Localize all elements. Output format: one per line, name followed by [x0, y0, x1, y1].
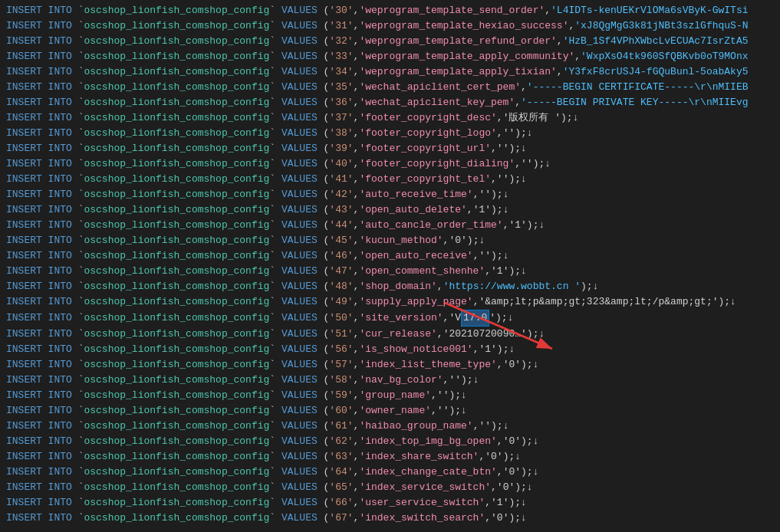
code-line: INSERT INTO `oscshop_lionfish_comshop_co…	[0, 18, 780, 34]
code-line: INSERT INTO `oscshop_lionfish_comshop_co…	[0, 357, 780, 373]
code-line: INSERT INTO `oscshop_lionfish_comshop_co…	[0, 511, 780, 526]
code-line: INSERT INTO `oscshop_lionfish_comshop_co…	[0, 449, 780, 465]
code-line: INSERT INTO `oscshop_lionfish_comshop_co…	[0, 110, 780, 126]
code-line: INSERT INTO `oscshop_lionfish_comshop_co…	[0, 480, 780, 495]
code-line: INSERT INTO `oscshop_lionfish_comshop_co…	[0, 64, 780, 80]
keyword-insert: INSERT INTO	[6, 3, 72, 18]
code-line: INSERT INTO `oscshop_lionfish_comshop_co…	[0, 419, 780, 434]
code-line: INSERT INTO `oscshop_lionfish_comshop_co…	[0, 49, 780, 64]
code-line: INSERT INTO `oscshop_lionfish_comshop_co…	[0, 95, 780, 110]
code-line: INSERT INTO `oscshop_lionfish_comshop_co…	[0, 80, 780, 95]
code-line: INSERT INTO `oscshop_lionfish_comshop_co…	[0, 156, 780, 172]
code-line: INSERT INTO `oscshop_lionfish_comshop_co…	[0, 294, 780, 310]
code-line: INSERT INTO `oscshop_lionfish_comshop_co…	[0, 3, 780, 18]
table-name: oscshop_lionfish_comshop_config	[84, 3, 269, 18]
code-line: INSERT INTO `oscshop_lionfish_comshop_co…	[0, 233, 780, 248]
code-line: INSERT INTO `oscshop_lionfish_comshop_co…	[0, 141, 780, 156]
code-editor: INSERT INTO `oscshop_lionfish_comshop_co…	[0, 0, 780, 532]
code-line: INSERT INTO `oscshop_lionfish_comshop_co…	[0, 434, 780, 449]
group-name-field: 'group_name'	[359, 388, 431, 403]
code-line: INSERT INTO `oscshop_lionfish_comshop_co…	[0, 495, 780, 511]
code-line: INSERT INTO `oscshop_lionfish_comshop_co…	[0, 34, 780, 49]
code-line-group-name: INSERT INTO `oscshop_lionfish_comshop_co…	[0, 388, 780, 403]
code-line: INSERT INTO `oscshop_lionfish_comshop_co…	[0, 264, 780, 279]
code-line: INSERT INTO `oscshop_lionfish_comshop_co…	[0, 465, 780, 480]
code-line: INSERT INTO `oscshop_lionfish_comshop_co…	[0, 279, 780, 294]
code-line: INSERT INTO `oscshop_lionfish_comshop_co…	[0, 202, 780, 218]
code-line: INSERT INTO `oscshop_lionfish_comshop_co…	[0, 373, 780, 388]
keyword-values: VALUES	[281, 3, 318, 18]
code-line: INSERT INTO `oscshop_lionfish_comshop_co…	[0, 172, 780, 187]
version-highlight: 17.0	[461, 310, 489, 327]
code-line-highlighted: INSERT INTO `oscshop_lionfish_comshop_co…	[0, 310, 780, 327]
code-line: INSERT INTO `oscshop_lionfish_comshop_co…	[0, 126, 780, 141]
code-line: INSERT INTO `oscshop_lionfish_comshop_co…	[0, 342, 780, 357]
code-line: INSERT INTO `oscshop_lionfish_comshop_co…	[0, 218, 780, 233]
code-line: INSERT INTO `oscshop_lionfish_comshop_co…	[0, 403, 780, 419]
code-line: INSERT INTO `oscshop_lionfish_comshop_co…	[0, 327, 780, 342]
code-line: INSERT INTO `oscshop_lionfish_comshop_co…	[0, 248, 780, 264]
code-line: INSERT INTO `oscshop_lionfish_comshop_co…	[0, 187, 780, 202]
